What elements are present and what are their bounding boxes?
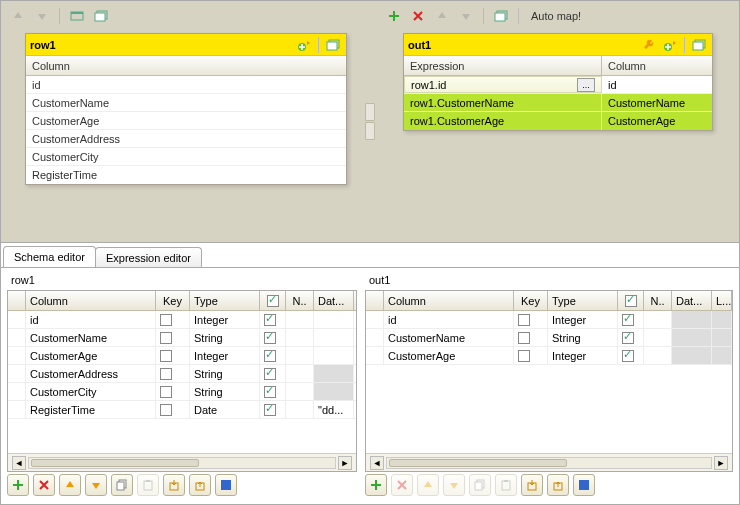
cell-nullable[interactable] [260, 365, 286, 382]
column-cell[interactable]: CustomerName [608, 97, 685, 109]
cell-key[interactable] [156, 329, 190, 346]
cell-n[interactable] [286, 347, 314, 364]
cell-date[interactable] [314, 347, 354, 364]
cell-date[interactable] [672, 347, 712, 364]
cell-length[interactable] [712, 329, 732, 346]
col-header-date[interactable]: Dat... [314, 291, 354, 310]
schema-row[interactable]: CustomerAgeInteger [8, 347, 356, 365]
cell-column[interactable]: CustomerAddress [26, 365, 156, 382]
schema-row[interactable]: CustomerNameString [8, 329, 356, 347]
cell-n[interactable] [644, 329, 672, 346]
cell-column[interactable]: id [384, 311, 514, 328]
expression-builder-button[interactable]: ... [577, 78, 595, 92]
cell-key[interactable] [156, 347, 190, 364]
cell-nullable[interactable] [260, 347, 286, 364]
output-mapping-row[interactable]: row1.CustomerNameCustomerName [404, 94, 712, 112]
export-button[interactable] [189, 474, 211, 496]
schema-row[interactable]: CustomerAgeInteger [366, 347, 732, 365]
add-button[interactable] [7, 474, 29, 496]
col-header-column[interactable]: Column [384, 291, 514, 310]
input-column-row[interactable]: RegisterTime [26, 166, 346, 184]
cell-nullable[interactable] [618, 329, 644, 346]
col-header-key[interactable]: Key [156, 291, 190, 310]
output-mapping-row[interactable]: row1.CustomerAgeCustomerAge [404, 112, 712, 130]
input-column-row[interactable]: CustomerAge [26, 112, 346, 130]
cell-key[interactable] [514, 311, 548, 328]
col-header-nullable[interactable]: N.. [644, 291, 672, 310]
col-header-check[interactable] [260, 291, 286, 310]
cell-type[interactable]: String [190, 383, 260, 400]
col-header-key[interactable]: Key [514, 291, 548, 310]
add-button[interactable] [365, 474, 387, 496]
col-header-column[interactable]: Column [26, 291, 156, 310]
cell-column[interactable]: id [26, 311, 156, 328]
add-column-button[interactable] [661, 36, 679, 54]
horizontal-scrollbar[interactable]: ◄► [8, 453, 356, 471]
schema-row[interactable]: CustomerCityString [8, 383, 356, 401]
cell-nullable[interactable] [260, 329, 286, 346]
cell-column[interactable]: CustomerName [384, 329, 514, 346]
cell-key[interactable] [514, 329, 548, 346]
col-header-check[interactable] [618, 291, 644, 310]
cell-n[interactable] [286, 365, 314, 382]
cell-n[interactable] [286, 329, 314, 346]
auto-map-button[interactable]: Auto map! [527, 10, 581, 22]
cell-column[interactable]: CustomerAge [384, 347, 514, 364]
expression-cell[interactable]: row1.CustomerName [410, 97, 514, 109]
delete-icon[interactable] [409, 7, 427, 25]
row-handle[interactable] [8, 383, 26, 400]
schema-row[interactable]: CustomerAddressString [8, 365, 356, 383]
move-down-button[interactable] [85, 474, 107, 496]
restore-icon[interactable] [690, 36, 708, 54]
cell-key[interactable] [514, 347, 548, 364]
cell-n[interactable] [644, 347, 672, 364]
cell-type[interactable]: String [190, 365, 260, 382]
cell-type[interactable]: Integer [548, 347, 618, 364]
cell-date[interactable]: "dd... [314, 401, 354, 418]
restore-icon[interactable] [492, 7, 510, 25]
cell-key[interactable] [156, 311, 190, 328]
cell-column[interactable]: CustomerAge [26, 347, 156, 364]
tab-expression-editor[interactable]: Expression editor [95, 247, 202, 267]
cell-nullable[interactable] [260, 311, 286, 328]
schema-row[interactable]: idInteger [366, 311, 732, 329]
cell-type[interactable]: Integer [190, 311, 260, 328]
row-handle[interactable] [366, 311, 384, 328]
cell-date[interactable] [672, 329, 712, 346]
export-button[interactable] [547, 474, 569, 496]
cell-type[interactable]: Integer [548, 311, 618, 328]
cell-column[interactable]: CustomerCity [26, 383, 156, 400]
cell-n[interactable] [286, 383, 314, 400]
col-header-date[interactable]: Dat... [672, 291, 712, 310]
cell-n[interactable] [286, 401, 314, 418]
add-column-button[interactable] [295, 36, 313, 54]
schema-row[interactable]: CustomerNameString [366, 329, 732, 347]
cell-key[interactable] [156, 365, 190, 382]
minimize-icon[interactable] [68, 7, 86, 25]
row-handle[interactable] [8, 311, 26, 328]
row-handle[interactable] [8, 365, 26, 382]
cell-nullable[interactable] [618, 347, 644, 364]
input-column-row[interactable]: CustomerName [26, 94, 346, 112]
cell-n[interactable] [286, 311, 314, 328]
cell-column[interactable]: RegisterTime [26, 401, 156, 418]
cell-date[interactable] [314, 311, 354, 328]
column-cell[interactable]: id [608, 79, 617, 91]
output-mapping-row[interactable]: row1.id...id [404, 76, 712, 94]
col-header-type[interactable]: Type [548, 291, 618, 310]
cell-type[interactable]: Integer [190, 347, 260, 364]
cell-nullable[interactable] [260, 383, 286, 400]
column-cell[interactable]: CustomerAge [608, 115, 675, 127]
vertical-splitter[interactable] [363, 1, 377, 242]
cell-date[interactable] [314, 365, 354, 382]
move-up-button[interactable] [59, 474, 81, 496]
row-handle[interactable] [366, 347, 384, 364]
schema-row[interactable]: RegisterTimeDate"dd... [8, 401, 356, 419]
cell-column[interactable]: CustomerName [26, 329, 156, 346]
import-button[interactable] [163, 474, 185, 496]
cell-date[interactable] [314, 329, 354, 346]
delete-button[interactable] [33, 474, 55, 496]
cell-date[interactable] [672, 311, 712, 328]
cell-length[interactable] [712, 347, 732, 364]
save-button[interactable] [573, 474, 595, 496]
